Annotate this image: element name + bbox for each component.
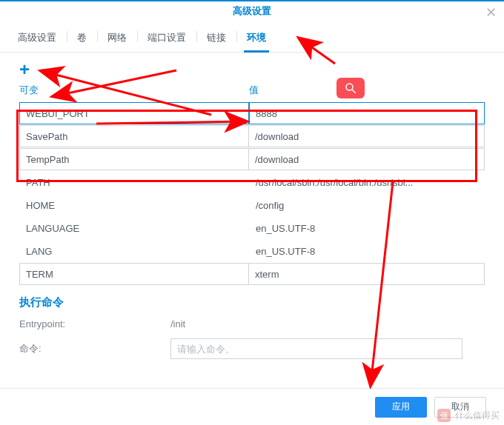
- tab-port[interactable]: 端口设置: [137, 27, 196, 52]
- env-value-cell[interactable]: xterm: [249, 263, 485, 285]
- env-value-cell[interactable]: en_US.UTF-8: [249, 217, 485, 239]
- env-name-cell[interactable]: LANG: [19, 240, 249, 262]
- svg-point-0: [346, 84, 353, 90]
- env-row[interactable]: WEBUI_PORT: [19, 101, 485, 124]
- command-label: 命令:: [19, 342, 170, 355]
- command-row: 命令:: [0, 334, 504, 364]
- entrypoint-row: Entrypoint: /init: [0, 314, 504, 334]
- env-name-cell[interactable]: WEBUI_PORT: [19, 102, 249, 124]
- env-value-cell[interactable]: /download: [249, 125, 485, 147]
- watermark: 值 什么值得买: [437, 409, 500, 422]
- env-row[interactable]: LANGUAGE en_US.UTF-8: [19, 216, 485, 239]
- env-value-cell[interactable]: /download: [249, 148, 485, 170]
- env-row[interactable]: HOME /config: [19, 193, 485, 216]
- env-row[interactable]: SavePath /download: [19, 124, 485, 147]
- tab-advanced[interactable]: 高级设置: [7, 27, 67, 52]
- search-icon: [344, 81, 357, 95]
- command-input[interactable]: [170, 338, 462, 359]
- env-value-cell[interactable]: /usr/local/sbin:/usr/local/bin:/usr/sbi.…: [249, 171, 485, 193]
- close-icon[interactable]: ✕: [485, 4, 497, 21]
- env-list: WEBUI_PORT SavePath /download TempPath /…: [0, 101, 504, 285]
- env-value-cell[interactable]: [249, 102, 485, 124]
- dialog-footer: 应用 取消: [0, 388, 504, 425]
- tab-volume[interactable]: 卷: [67, 27, 97, 52]
- window-title: 高级设置: [233, 4, 271, 18]
- env-row[interactable]: PATH /usr/local/sbin:/usr/local/bin:/usr…: [19, 170, 485, 193]
- env-name-cell[interactable]: LANGUAGE: [19, 217, 249, 239]
- env-value-cell[interactable]: /config: [249, 194, 485, 216]
- env-row[interactable]: LANG en_US.UTF-8: [19, 239, 485, 262]
- env-row[interactable]: TERM xterm: [19, 262, 485, 285]
- env-toolbar: + −: [0, 53, 504, 79]
- col-header-variable[interactable]: 可变: [19, 84, 249, 97]
- title-bar: 高级设置 ✕: [0, 0, 504, 21]
- tab-network[interactable]: 网络: [97, 27, 137, 52]
- env-row[interactable]: TempPath /download: [19, 147, 485, 170]
- tab-links[interactable]: 链接: [196, 27, 236, 52]
- entrypoint-label: Entrypoint:: [19, 318, 170, 329]
- exec-command-heading: 执行命令: [0, 285, 504, 314]
- watermark-text: 什么值得买: [455, 409, 500, 422]
- svg-line-1: [352, 90, 356, 93]
- env-column-header: 可变 值: [0, 79, 504, 101]
- env-name-cell[interactable]: TempPath: [19, 148, 249, 170]
- tab-bar: 高级设置 卷 网络 端口设置 链接 环境: [0, 21, 504, 53]
- env-value-input[interactable]: [256, 103, 478, 124]
- tab-environment[interactable]: 环境: [236, 27, 276, 52]
- env-name-cell[interactable]: PATH: [19, 171, 249, 193]
- col-header-value[interactable]: 值: [249, 84, 485, 97]
- remove-var-button[interactable]: −: [40, 62, 50, 77]
- apply-button[interactable]: 应用: [375, 397, 427, 418]
- add-var-button[interactable]: +: [19, 62, 30, 77]
- env-name-cell[interactable]: SavePath: [19, 125, 249, 147]
- env-name-cell[interactable]: TERM: [19, 263, 249, 285]
- search-button[interactable]: [336, 78, 365, 98]
- env-value-cell[interactable]: en_US.UTF-8: [249, 240, 485, 262]
- entrypoint-value: /init: [170, 318, 185, 329]
- env-name-cell[interactable]: HOME: [19, 194, 249, 216]
- watermark-icon: 值: [437, 409, 451, 422]
